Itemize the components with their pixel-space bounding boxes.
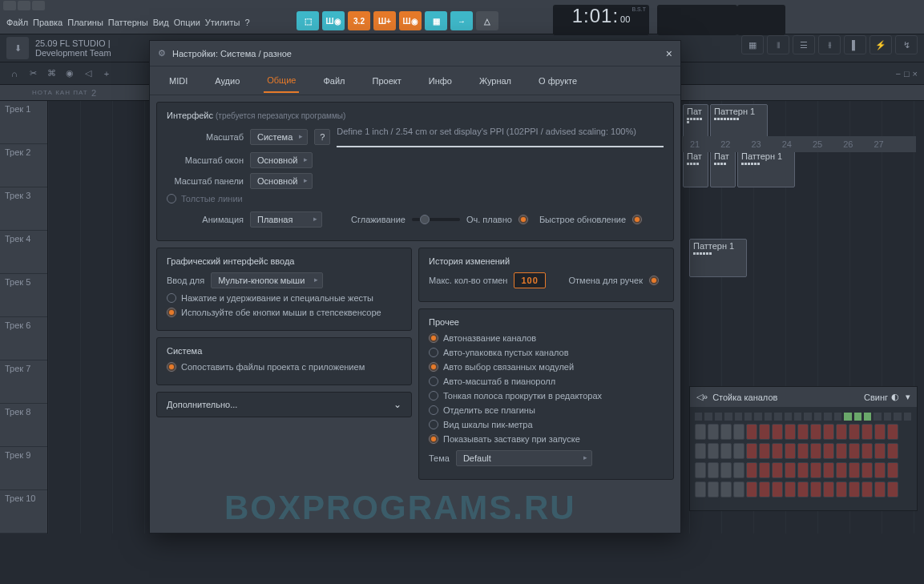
fast-update-radio[interactable] [632,215,642,224]
step-button[interactable] [746,481,757,497]
tab-about[interactable]: О фрукте [535,70,580,92]
view-mixer-icon[interactable]: ⫴ [767,35,789,54]
step-button[interactable] [849,462,860,478]
tab-log[interactable]: Журнал [476,70,514,92]
menu-view[interactable]: Вид [153,18,169,27]
track-9[interactable]: Трек 9 [0,447,47,490]
ppi-slider[interactable] [337,146,664,147]
step-button[interactable] [887,443,898,459]
pattern-clip[interactable]: Пат [683,149,708,187]
track-10[interactable]: Трек 10 [0,490,47,534]
tool-x-icon[interactable]: × [913,69,918,79]
transport-btn-5[interactable]: ▦ [425,11,447,30]
step-button[interactable] [720,424,732,440]
step-button[interactable] [849,424,860,440]
undo-knobs-radio[interactable] [649,276,659,285]
other-radio-5[interactable] [429,405,438,415]
track-1[interactable]: Трек 1 [0,101,47,144]
track-8[interactable]: Трек 8 [0,404,47,447]
menu-patterns[interactable]: Паттерны [108,18,148,27]
swing-knob-icon[interactable]: ◐ [891,392,899,402]
track-2[interactable]: Трек 2 [0,144,47,187]
master-faders[interactable] [737,5,785,35]
other-radio-7[interactable] [429,434,438,444]
transport-btn-0[interactable]: ⬚ [297,11,319,30]
scale-dropdown[interactable]: Система [250,129,308,145]
track-4[interactable]: Трек 4 [0,231,47,274]
view-channel-icon[interactable]: ☰ [793,35,815,54]
step-button[interactable] [849,481,860,497]
step-button[interactable] [708,481,719,497]
step-button[interactable] [861,481,873,497]
step-button[interactable] [849,443,860,459]
window-max-button[interactable] [18,1,30,10]
menu-file[interactable]: Файл [6,18,28,27]
window-close-button[interactable] [32,1,45,10]
speaker-icon[interactable]: ◁ [80,66,96,82]
step-button[interactable] [785,424,796,440]
view-wrench-icon[interactable]: ↯ [895,35,918,54]
step-button[interactable] [861,424,873,440]
track-7[interactable]: Трек 7 [0,360,47,404]
view-browser-icon[interactable]: ▌ [844,35,866,54]
magnet-icon[interactable]: ∩ [6,66,22,82]
other-radio-6[interactable] [429,420,438,429]
tab-audio[interactable]: Аудио [212,70,243,92]
panel-scale-dropdown[interactable]: Основной [250,173,313,189]
step-button[interactable] [733,481,744,497]
chevron-down-icon[interactable]: ▾ [906,392,910,402]
step-button[interactable] [772,462,783,478]
step-button[interactable] [733,424,744,440]
pat-tabs[interactable]: НОТА КАН ПАТ [32,89,88,96]
other-radio-4[interactable] [429,391,438,401]
tab-general[interactable]: Общие [264,69,299,93]
additional-expand[interactable]: Дополнительно... ⌄ [156,392,412,417]
step-button[interactable] [874,481,886,497]
step-button[interactable] [708,462,719,478]
transport-btn-2[interactable]: 3.2 [348,11,370,30]
step-button[interactable] [759,424,770,440]
step-button[interactable] [797,443,809,459]
help-button[interactable]: ? [314,129,330,145]
step-button[interactable] [785,443,796,459]
close-icon[interactable]: × [666,47,672,60]
step-button[interactable] [887,481,898,497]
step-button[interactable] [733,462,744,478]
step-button[interactable] [695,481,706,497]
transport-btn-1[interactable]: Ш◉ [322,11,345,30]
step-button[interactable] [695,424,706,440]
step-button[interactable] [695,462,706,478]
step-button[interactable] [836,443,847,459]
tool-box-icon[interactable]: □ [904,69,910,79]
track-5[interactable]: Трек 5 [0,274,47,317]
plus-icon[interactable]: + [99,66,115,82]
menu-options[interactable]: Опции [174,18,200,27]
associate-radio[interactable] [167,362,176,372]
tab-midi[interactable]: MIDI [166,70,191,92]
other-radio-2[interactable] [429,362,438,372]
step-button[interactable] [695,443,706,459]
step-button[interactable] [797,462,809,478]
step-button[interactable] [772,424,783,440]
view-plugin-icon[interactable]: ⚡ [870,35,892,54]
view-sliders-icon[interactable]: ⫵ [818,35,841,54]
pattern-clip[interactable]: Пат [710,149,736,187]
step-button[interactable] [746,443,757,459]
step-button[interactable] [836,462,847,478]
thick-lines-radio[interactable] [167,194,176,203]
animation-dropdown[interactable]: Плавная [250,211,322,228]
menu-utilities[interactable]: Утилиты [205,18,240,27]
step-button[interactable] [887,462,898,478]
max-undo-input[interactable]: 100 [514,272,545,288]
window-min-button[interactable] [3,1,16,10]
smoothing-slider[interactable] [412,218,460,221]
window-scale-dropdown[interactable]: Основной [250,152,313,168]
step-button[interactable] [874,462,886,478]
tool-minus-icon[interactable]: − [895,69,900,79]
step-button[interactable] [746,462,757,478]
pattern-clip[interactable]: Паттерн 1 [737,149,795,187]
step-button[interactable] [797,481,809,497]
step-button[interactable] [759,462,770,478]
step-button[interactable] [785,462,796,478]
time-display[interactable]: B.S.T 1:01: 00 [553,5,649,35]
